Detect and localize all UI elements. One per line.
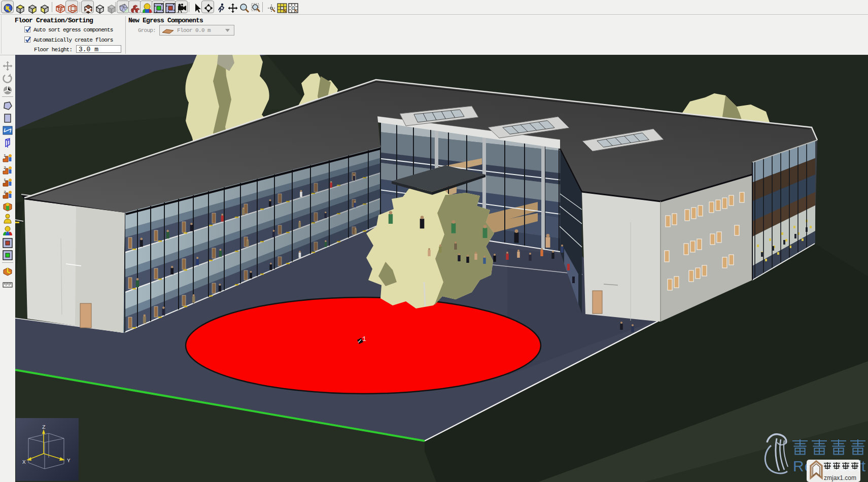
svg-text:Z: Z <box>42 424 46 430</box>
svg-text:2: 2 <box>4 190 6 194</box>
svg-text:X: X <box>22 459 26 465</box>
svg-text:zmjax1.com: zmjax1.com <box>824 474 856 481</box>
svg-text:1: 1 <box>4 153 6 158</box>
svg-text:1: 1 <box>4 178 6 182</box>
svg-text:1: 1 <box>362 335 366 343</box>
svg-text:2: 2 <box>4 165 6 170</box>
svg-text:Y: Y <box>67 458 71 464</box>
